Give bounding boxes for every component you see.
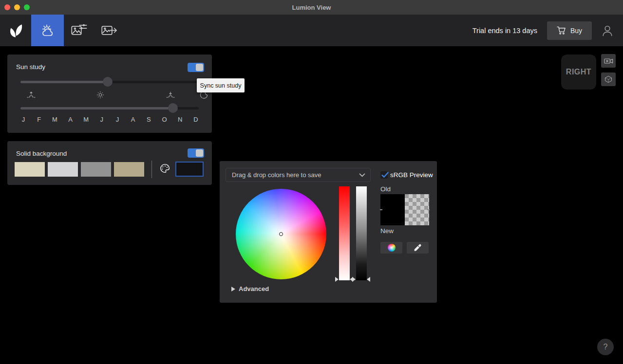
value-marker-left[interactable] bbox=[352, 277, 356, 282]
help-button[interactable]: ? bbox=[597, 339, 614, 355]
srgb-preview-control: sRGB Preview bbox=[380, 171, 433, 179]
palette-icon bbox=[159, 163, 171, 175]
divider bbox=[151, 161, 152, 178]
srgb-preview-label: sRGB Preview bbox=[390, 171, 433, 179]
srgb-preview-checkbox[interactable] bbox=[380, 171, 388, 179]
solid-background-panel: Solid background bbox=[7, 141, 212, 185]
month-label: J bbox=[20, 116, 26, 123]
month-label: D bbox=[193, 116, 199, 123]
saturation-slider[interactable] bbox=[339, 186, 350, 280]
month-label: J bbox=[114, 116, 120, 123]
month-slider-handle[interactable] bbox=[168, 103, 178, 113]
solid-background-toggle[interactable] bbox=[188, 148, 204, 158]
check-icon bbox=[381, 171, 389, 179]
chevron-down-icon bbox=[359, 173, 365, 177]
value-slider[interactable] bbox=[356, 186, 367, 280]
month-label: F bbox=[36, 116, 42, 123]
sun-cloud-icon bbox=[40, 23, 56, 38]
saturation-marker-left[interactable] bbox=[335, 277, 339, 282]
lumion-logo[interactable] bbox=[0, 15, 31, 46]
background-swatch-2[interactable] bbox=[48, 162, 78, 177]
background-swatch-3[interactable] bbox=[81, 162, 111, 177]
sunrise-icon bbox=[26, 91, 36, 100]
month-label: M bbox=[83, 116, 89, 123]
camera-view-button[interactable] bbox=[601, 54, 616, 68]
palette-button[interactable] bbox=[159, 163, 171, 177]
old-new-divider-notch bbox=[380, 209, 382, 210]
account-button[interactable] bbox=[601, 24, 614, 37]
tab-export[interactable] bbox=[94, 15, 124, 46]
months-row: J F M A M J J A S O N D bbox=[20, 116, 199, 123]
traffic-lights bbox=[0, 0, 30, 15]
opaque-color-area bbox=[380, 194, 405, 225]
background-swatch-1[interactable] bbox=[15, 162, 45, 177]
color-wheel-mode-button[interactable] bbox=[380, 242, 402, 254]
month-label: O bbox=[162, 116, 168, 123]
buy-button-label: Buy bbox=[570, 27, 582, 35]
eyedropper-icon bbox=[414, 244, 422, 252]
toolbar-right: Trial ends in 13 days Buy bbox=[472, 21, 623, 40]
month-label: S bbox=[146, 116, 151, 123]
view-cube-right[interactable]: RIGHT bbox=[561, 55, 596, 90]
title-bar: Lumion View bbox=[0, 0, 623, 15]
rainbow-circle-icon bbox=[388, 244, 396, 252]
person-icon bbox=[601, 24, 614, 37]
sunset-icon bbox=[166, 91, 175, 100]
photo-export-icon bbox=[101, 23, 117, 38]
main-toolbar: Trial ends in 13 days Buy bbox=[0, 15, 623, 46]
tooltip-text: Sync sun study bbox=[200, 82, 242, 89]
time-of-day-icons bbox=[20, 91, 199, 100]
time-slider-handle[interactable] bbox=[103, 77, 113, 87]
sun-study-title: Sun study bbox=[16, 63, 45, 71]
advanced-section-toggle[interactable]: Advanced bbox=[231, 285, 269, 292]
window-title: Lumion View bbox=[292, 4, 331, 11]
disclosure-triangle-icon bbox=[231, 287, 235, 291]
month-label: A bbox=[130, 116, 136, 123]
advanced-label: Advanced bbox=[239, 285, 269, 292]
trial-status-text: Trial ends in 13 days bbox=[472, 27, 537, 35]
photo-adjust-icon bbox=[71, 23, 87, 38]
toggle-knob bbox=[196, 149, 203, 157]
color-picker-panel: Drag & drop colors here to save sRGB Pre… bbox=[220, 161, 437, 303]
toggle-knob bbox=[196, 64, 203, 71]
background-swatch-4[interactable] bbox=[114, 162, 144, 177]
cart-icon bbox=[557, 26, 566, 35]
minimize-window-button[interactable] bbox=[14, 4, 20, 10]
new-color-label: New bbox=[380, 227, 394, 235]
cube-3d-icon bbox=[604, 75, 613, 84]
old-new-divider-notch bbox=[427, 209, 430, 210]
sun-icon bbox=[96, 91, 105, 99]
tab-photo-effects[interactable] bbox=[64, 15, 94, 46]
transparency-checker-area bbox=[405, 194, 429, 225]
saved-colors-dropdown[interactable]: Drag & drop colors here to save bbox=[226, 168, 371, 182]
value-marker-right[interactable] bbox=[367, 277, 370, 282]
month-label: J bbox=[99, 116, 105, 123]
sun-study-panel: Sun study bbox=[7, 55, 212, 133]
current-background-color[interactable] bbox=[175, 162, 204, 177]
eyedropper-button[interactable] bbox=[407, 242, 429, 254]
zoom-window-button[interactable] bbox=[24, 4, 30, 10]
old-color-label: Old bbox=[380, 185, 391, 193]
month-label: M bbox=[52, 116, 57, 123]
3d-box-view-button[interactable] bbox=[601, 73, 616, 86]
sun-study-toggle[interactable] bbox=[188, 63, 204, 72]
video-camera-x-icon bbox=[604, 57, 613, 65]
old-new-color-swatch bbox=[380, 194, 429, 225]
buy-button[interactable]: Buy bbox=[547, 21, 592, 40]
lumion-logo-icon bbox=[8, 22, 23, 39]
view-cube-face-label: RIGHT bbox=[566, 68, 591, 76]
solid-background-title: Solid background bbox=[16, 150, 67, 157]
color-wheel-cursor[interactable] bbox=[279, 232, 283, 236]
month-slider[interactable] bbox=[20, 103, 199, 113]
tab-weather[interactable] bbox=[31, 15, 64, 46]
month-label: A bbox=[68, 116, 74, 123]
help-button-label: ? bbox=[604, 343, 608, 351]
month-label: N bbox=[177, 116, 183, 123]
tooltip-sync-sun-study: Sync sun study bbox=[197, 78, 245, 92]
time-of-day-slider[interactable] bbox=[20, 77, 199, 87]
close-window-button[interactable] bbox=[4, 4, 10, 10]
saved-colors-hint: Drag & drop colors here to save bbox=[232, 171, 359, 179]
